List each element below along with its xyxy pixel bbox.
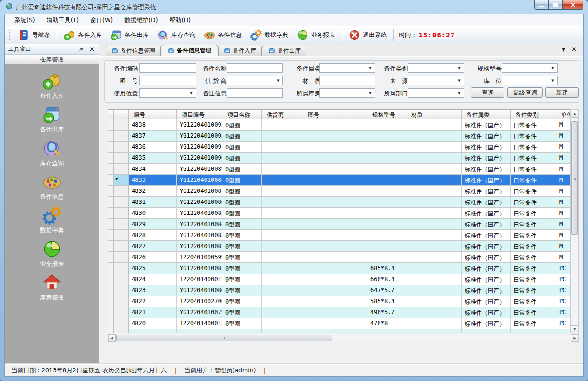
column-header[interactable]: 项目编号 [177,110,222,119]
table-row[interactable]: 4829YG122040100840型圈标准件（国产）日常备件M [108,219,570,230]
table-row[interactable]: ▶4833YG122040100880型圈标准件（国产）日常备件M [108,175,570,186]
horizontal-scroll-thumb[interactable] [116,335,332,341]
table-row[interactable]: 4823YG122040100800型圈647*5.7标准件（国产）日常备件PC [108,285,570,296]
tab-parts-info-mgmt-1[interactable]: 备件信息管理 [106,46,161,56]
toolbar-grip[interactable] [9,29,11,41]
toolbar-parts-info-button[interactable]: 备件信息 [199,27,246,43]
table-row[interactable]: 4836YG122040100910型圈标准件（国产）日常备件M [108,142,570,153]
table-row[interactable]: 4835YG122040100900型圈标准件（国产）日常备件M [108,153,570,164]
chevron-down-icon[interactable]: ▼ [275,76,282,85]
chevron-down-icon[interactable]: ▼ [456,89,463,97]
table-row[interactable]: 4831YG122040100860型圈标准件（国产）日常备件M [108,197,570,208]
scroll-right-icon[interactable]: ▶ [571,334,578,342]
sidebar-item-inventory-query[interactable]: 库存查询 [21,138,83,172]
sidebar-item-business-report[interactable]: 业务报表 [21,239,83,273]
sidebar-item-warehouse[interactable]: 库房管理 [21,273,83,306]
toolbar-exit-button[interactable]: 退出系统 [344,27,391,43]
tab-parts-out[interactable]: 备件出库 [263,46,306,56]
tab-parts-in[interactable]: 备件入库 [218,46,262,56]
sidebar-close-icon[interactable] [88,46,96,53]
column-header[interactable]: 备件类别 [511,110,556,119]
toolbar-parts-out-button[interactable]: 备件出库 [106,27,153,43]
table-row[interactable]: 4832YG122040100870型圈标准件（国产）日常备件M [108,186,570,197]
table-row[interactable]: 4834YG122040100890型圈标准件（国产）日常备件M [108,164,570,175]
filter-part-attr-combo[interactable]: ▼ [319,63,375,73]
chevron-down-icon[interactable]: ▼ [456,64,463,72]
table-row[interactable]: 482612204010005990型圈标准件（国产）日常备件M [108,252,570,263]
column-header[interactable]: 单位 [556,110,570,119]
scroll-left-icon[interactable]: ◀ [108,334,116,342]
new-button[interactable]: 新建 [545,87,579,98]
sidebar-item-parts-in[interactable]: 备件入库 [21,71,83,105]
horizontal-scrollbar[interactable]: ◀ ▶ [108,334,579,342]
table-row[interactable]: 482012204014000130型圈470*8标准件（国产）日常备件PC [108,318,570,329]
column-header[interactable]: 供货商 [262,110,303,119]
chevron-down-icon[interactable]: ▼ [550,76,556,85]
vertical-scrollbar[interactable]: ▲ ▼ [570,109,579,333]
sidebar-group-header[interactable]: 仓库管理 [5,55,99,64]
filter-usage-position-combo[interactable]: ▼ [139,88,196,98]
table-row[interactable]: 4838YG122040100930型圈标准件（国产）日常备件M [108,119,570,131]
cell [406,219,462,230]
chevron-down-icon[interactable]: ▼ [562,47,565,54]
toolbar-data-dictionary-button[interactable]: 数据字典 [246,27,293,43]
chevron-down-icon[interactable]: ▼ [188,89,195,97]
filter-part-category-combo[interactable]: ▼ [408,63,464,73]
scroll-up-icon[interactable]: ▲ [571,110,578,118]
filter-department-combo[interactable]: ▼ [408,88,464,98]
vertical-scroll-thumb[interactable] [571,121,578,235]
tabstrip-close-icon[interactable] [571,47,576,54]
chevron-down-icon[interactable]: ▼ [367,64,374,72]
column-header[interactable]: 备件属类 [462,110,511,119]
menu-item-help[interactable]: 帮助(H) [164,15,196,26]
filter-part-code-input[interactable] [139,63,196,73]
thumb-grip [224,337,225,339]
chevron-down-icon[interactable]: ▼ [456,76,463,85]
filter-part-name-input[interactable] [227,63,283,73]
query-button[interactable]: 查询 [471,87,504,98]
table-row[interactable]: 4827YG122040100820型圈标准件（国产）日常备件M [108,241,570,252]
column-header[interactable]: 规格型号 [368,110,406,119]
toolbar-navbar-book-button[interactable]: 导航条 [13,27,54,43]
menu-item-aux-tools[interactable]: 辅助工具(T) [41,15,85,26]
filter-stock-location-combo[interactable]: ▼ [502,76,558,85]
sidebar-item-parts-info[interactable]: 备件信息 [21,172,83,205]
tab-parts-info-mgmt-2[interactable]: 备件信息管理 [162,45,217,56]
maximize-button[interactable] [548,0,563,10]
toolbar-inventory-query-button[interactable]: 库存查询 [153,27,199,43]
menu-item-window[interactable]: 窗口(W) [85,15,119,26]
chevron-down-icon[interactable]: ▼ [367,89,374,97]
filter-remark-input[interactable] [227,88,283,98]
sidebar-item-data-dictionary[interactable]: 数据字典 [21,205,83,239]
menu-item-data-maintenance[interactable]: 数据维护(D) [119,15,163,26]
filter-warehouse-combo[interactable]: ▼ [319,88,375,98]
toolbar-parts-in-button[interactable]: 备件入库 [60,27,106,43]
table-row[interactable]: 482412204014000120型圈660*8.4标准件（国产）日常备件PC [108,274,570,285]
table-row[interactable]: 482212204010027000型圈585*8.4标准件（国产）日常备件PC [108,296,570,307]
advanced-query-button[interactable]: 高级查询 [507,87,543,98]
minimize-button[interactable] [534,0,549,10]
table-row[interactable]: 4830YG122040100850型圈标准件（国产）日常备件M [108,208,570,219]
table-row[interactable]: 4828YG122040100830型圈标准件（国产）日常备件M [108,230,570,241]
table-row[interactable]: 4821YG122040100790型圈490*5.7标准件（国产）日常备件PC [108,307,570,318]
scroll-down-icon[interactable]: ▼ [571,325,578,333]
cell: 标准件（国产） [462,241,511,252]
filter-drawing-no-input[interactable] [139,76,196,85]
chevron-down-icon[interactable]: ▼ [550,64,556,72]
filter-material-input[interactable] [319,76,375,85]
column-header[interactable]: 项目名称 [222,110,262,119]
table-row[interactable]: 4837YG122040100920型圈标准件（国产）日常备件M [108,131,570,142]
close-button[interactable] [562,0,583,10]
filter-source-combo[interactable]: ▼ [408,76,464,85]
filter-supplier-combo[interactable]: ▼ [227,76,283,85]
sidebar-item-parts-out[interactable]: 备件出库 [21,105,83,138]
pin-icon[interactable] [77,46,85,53]
cell: YG12204010079 [177,307,222,318]
toolbar-business-report-button[interactable]: 业务报表 [293,27,339,43]
menu-item-system[interactable]: 系统(S) [9,15,41,26]
filter-spec-model-combo[interactable]: ▼ [502,63,558,73]
column-header[interactable]: 图号 [303,110,368,119]
column-header[interactable]: 编号 [129,110,177,119]
table-row[interactable]: 4825YG122040100810型圈685*8.4标准件（国产）日常备件PC [108,263,570,274]
column-header[interactable]: 材质 [406,110,462,119]
